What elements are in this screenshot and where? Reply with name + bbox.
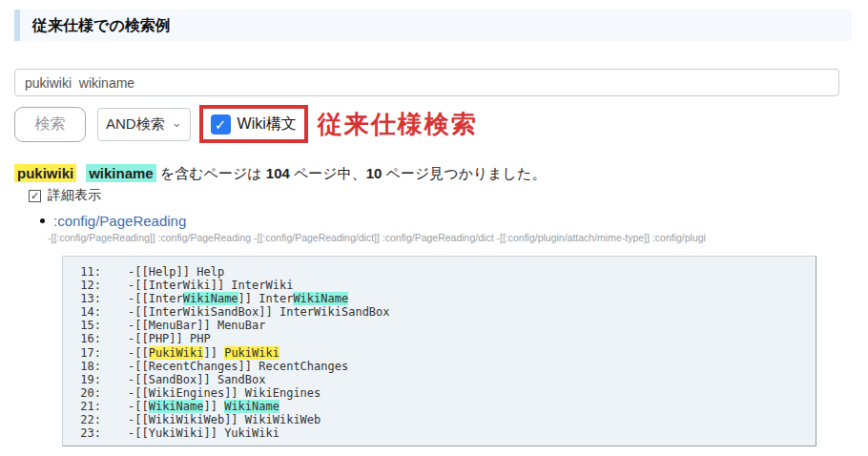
line-number: 16: xyxy=(80,332,101,345)
search-controls: 検索 AND検索 ⌄ ✓ Wiki構文 従来仕様検索 xyxy=(14,105,868,143)
line-content: -[[MenuBar]] MenuBar xyxy=(128,319,266,332)
line-content: -[[Help]] Help xyxy=(128,265,224,279)
checkmark-icon: ✓ xyxy=(215,117,227,132)
line-number: 11: xyxy=(80,265,101,279)
search-input[interactable] xyxy=(14,69,839,96)
line-number: 22: xyxy=(80,413,101,426)
result-snippet: -[[:config/PageReading]] :config/PageRea… xyxy=(48,232,849,243)
search-mode-select[interactable]: AND検索 ⌄ xyxy=(97,108,191,141)
pukiwiki-search-page: 従来仕様での検索例 検索 AND検索 ⌄ ✓ Wiki構文 従来仕様検索 puk… xyxy=(0,10,868,456)
line-content: -[[YukiWiki]] YukiWiki xyxy=(128,426,279,440)
code-line: 16:-[[PHP]] PHP xyxy=(80,332,808,345)
code-line: 14:-[[InterWikiSandBox]] InterWikiSandBo… xyxy=(80,305,808,319)
found-pages-count: 10 xyxy=(366,165,382,181)
line-content: -[[WikiWikiWeb]] WikiWikiWeb xyxy=(128,413,320,426)
code-line: 19:-[[SandBox]] SandBox xyxy=(80,373,808,386)
line-content: -[[PukiWiki]] PukiWiki xyxy=(128,346,279,360)
line-number: 12: xyxy=(80,279,101,292)
line-content: -[[InterWikiName]] InterWikiName xyxy=(128,292,348,305)
code-line: 11:-[[Help]] Help xyxy=(80,265,808,279)
code-line: 17:-[[PukiWiki]] PukiWiki xyxy=(80,346,808,360)
wiki-syntax-highlight-box: ✓ Wiki構文 xyxy=(199,105,308,143)
search-mode-value: AND検索 xyxy=(106,115,165,134)
result-list-item: :config/PageReading xyxy=(40,213,868,229)
bullet-icon xyxy=(40,218,45,223)
line-number: 15: xyxy=(80,319,101,332)
code-line: 15:-[[MenuBar]] MenuBar xyxy=(80,319,808,332)
code-line: 20:-[[WikiEngines]] WikiEngines xyxy=(80,386,808,400)
result-page-link[interactable]: :config/PageReading xyxy=(53,213,186,229)
checkmark-icon: ✓ xyxy=(31,191,39,201)
search-term-1: pukiwiki xyxy=(14,164,76,182)
code-line: 12:-[[InterWiki]] InterWiki xyxy=(80,279,808,292)
code-lines: 11:-[[Help]] Help12:-[[InterWiki]] Inter… xyxy=(80,265,808,440)
line-number: 18: xyxy=(80,360,101,373)
page-title: 従来仕様での検索例 xyxy=(32,17,171,33)
code-line: 23:-[[YukiWiki]] YukiWiki xyxy=(80,426,808,440)
search-button[interactable]: 検索 xyxy=(14,107,86,142)
source-code-block: 11:-[[Help]] Help12:-[[InterWiki]] Inter… xyxy=(62,256,816,446)
section-header: 従来仕様での検索例 xyxy=(14,10,852,41)
detail-display-row: ✓ 詳細表示 xyxy=(29,187,868,204)
line-content: -[[WikiName]] WikiName xyxy=(128,400,279,413)
result-text-found: ページ見つかりました。 xyxy=(382,165,546,181)
line-number: 14: xyxy=(80,305,101,319)
line-number: 19: xyxy=(80,373,101,386)
code-line: 18:-[[RecentChanges]] RecentChanges xyxy=(80,360,808,373)
line-number: 21: xyxy=(80,400,101,413)
line-content: -[[InterWikiSandBox]] InterWikiSandBox xyxy=(128,305,390,319)
line-content: -[[SandBox]] SandBox xyxy=(128,373,266,386)
line-number: 13: xyxy=(80,292,101,305)
total-pages-count: 104 xyxy=(266,165,290,181)
chevron-down-icon: ⌄ xyxy=(172,116,182,129)
wiki-syntax-label: Wiki構文 xyxy=(238,114,297,135)
line-content: -[[RecentChanges]] RecentChanges xyxy=(128,360,348,373)
line-number: 20: xyxy=(80,386,101,400)
detail-display-label: 詳細表示 xyxy=(48,187,101,204)
code-line: 21:-[[WikiName]] WikiName xyxy=(80,400,808,413)
search-term-2: wikiname xyxy=(86,164,156,182)
result-text-of: ページ中、 xyxy=(290,165,366,181)
annotation-text: 従来仕様検索 xyxy=(318,108,478,141)
code-line: 13:-[[InterWikiName]] InterWikiName xyxy=(80,292,808,305)
code-line: 22:-[[WikiWikiWeb]] WikiWikiWeb xyxy=(80,413,808,426)
line-number: 23: xyxy=(80,426,101,440)
wiki-syntax-checkbox[interactable]: ✓ xyxy=(211,114,231,135)
detail-display-checkbox[interactable]: ✓ xyxy=(29,190,41,202)
line-content: -[[PHP]] PHP xyxy=(128,332,211,345)
result-text-contains: を含むページは xyxy=(156,165,266,181)
line-number: 17: xyxy=(80,346,101,360)
line-content: -[[WikiEngines]] WikiEngines xyxy=(128,386,320,400)
result-summary: pukiwikiwikiname を含むページは 104 ページ中、10 ページ… xyxy=(14,165,868,183)
line-content: -[[InterWiki]] InterWiki xyxy=(128,279,293,292)
